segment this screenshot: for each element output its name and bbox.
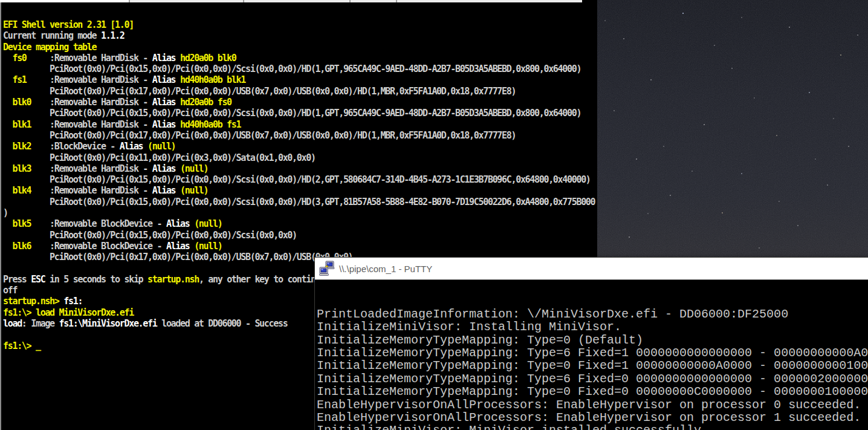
- terminal-line: fs1 :Removable HardDisk - Alias hd40h0a0…: [3, 74, 597, 85]
- terminal-line: blk1 :Removable HardDisk - Alias hd40h0a…: [3, 119, 597, 130]
- putty-terminal-lines: PrintLoadedImageInformation: \/MiniVisor…: [317, 308, 868, 430]
- terminal-line: PrintLoadedImageInformation: \/MiniVisor…: [317, 308, 868, 321]
- terminal-line: EFI Shell version 2.31 [1.0]: [3, 19, 597, 30]
- terminal-line: Current running mode 1.1.2: [3, 30, 597, 41]
- putty-window: \\.\pipe\com_1 - PuTTY PrintLoadedImageI…: [314, 257, 868, 430]
- terminal-line: blk6 :Removable BlockDevice - Alias (nul…: [3, 241, 597, 252]
- terminal-line: blk4 :Removable HardDisk - Alias (null): [3, 185, 597, 196]
- terminal-line: blk3 :Removable HardDisk - Alias (null): [3, 163, 597, 174]
- putty-icon[interactable]: [319, 261, 335, 276]
- terminal-line: InitializeMemoryTypeMapping: Type=6 Fixe…: [317, 347, 868, 359]
- terminal-line: PciRoot(0x0)/Pci(0x15,0x0)/Pci(0x0,0x0)/…: [3, 64, 597, 74]
- terminal-line: blk5 :Removable BlockDevice - Alias (nul…: [3, 218, 597, 229]
- terminal-line: Device mapping table: [3, 42, 597, 53]
- terminal-line: InitializeMemoryTypeMapping: Type=6 Fixe…: [317, 373, 868, 385]
- terminal-line: blk0 :Removable HardDisk - Alias hd20a0b…: [3, 97, 597, 108]
- terminal-line: fs0 :Removable HardDisk - Alias hd20a0b …: [3, 53, 597, 64]
- putty-titlebar[interactable]: \\.\pipe\com_1 - PuTTY: [315, 258, 868, 280]
- terminal-line: PciRoot(0x0)/Pci(0x15,0x0)/Pci(0x0,0x0)/…: [3, 197, 597, 207]
- terminal-line: InitializeMiniVisor: MiniVisor installed…: [317, 424, 868, 430]
- terminal-line: PciRoot(0x0)/Pci(0x15,0x0)/Pci(0x0,0x0)/…: [3, 230, 597, 241]
- terminal-line: InitializeMemoryTypeMapping: Type=0 Fixe…: [317, 359, 868, 372]
- terminal-line: PciRoot(0x0)/Pci(0x15,0x0)/Pci(0x0,0x0)/…: [3, 108, 597, 119]
- terminal-line: InitializeMemoryTypeMapping: Type=0 (Def…: [317, 334, 868, 347]
- terminal-line: EnableHypervisorOnAllProcessors: EnableH…: [317, 399, 868, 411]
- terminal-line: PciRoot(0x0)/Pci(0x11,0x0)/Pci(0x3,0x0)/…: [3, 152, 597, 163]
- terminal-line: InitializeMiniVisor: Installing MiniViso…: [317, 321, 868, 333]
- terminal-line: EnableHypervisorOnAllProcessors: EnableH…: [317, 411, 868, 424]
- terminal-line: InitializeMemoryTypeMapping: Type=0 Fixe…: [317, 385, 868, 398]
- terminal-line: PciRoot(0x0)/Pci(0x15,0x0)/Pci(0x0,0x0)/…: [3, 174, 597, 185]
- terminal-line: ): [3, 207, 597, 218]
- terminal-line: PciRoot(0x0)/Pci(0x17,0x0)/Pci(0x0,0x0)/…: [3, 130, 597, 141]
- putty-window-title: \\.\pipe\com_1 - PuTTY: [339, 264, 432, 274]
- putty-terminal[interactable]: PrintLoadedImageInformation: \/MiniVisor…: [315, 280, 868, 430]
- terminal-line: blk2 :BlockDevice - Alias (null): [3, 141, 597, 152]
- terminal-line: PciRoot(0x0)/Pci(0x17,0x0)/Pci(0x0,0x0)/…: [3, 86, 597, 97]
